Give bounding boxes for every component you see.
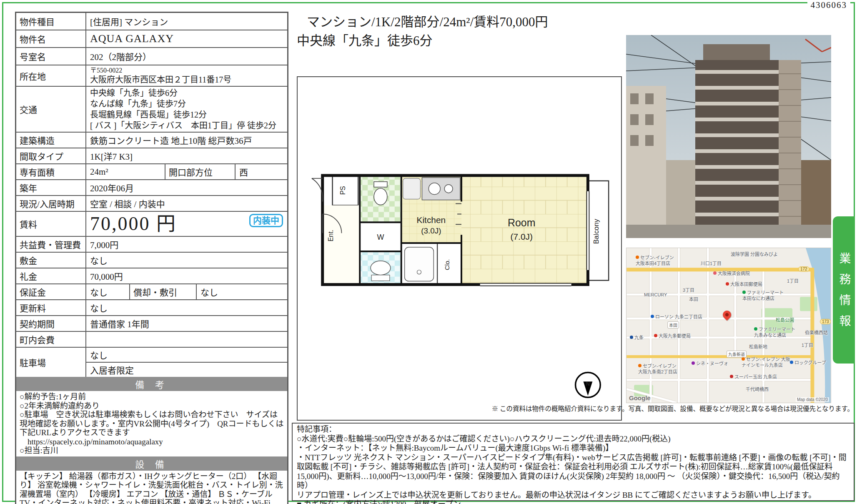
row-label: 共益費・管理費 xyxy=(16,237,86,252)
map-label-text: 172 xyxy=(800,267,807,271)
label-kitchen: Kitchen xyxy=(417,215,446,225)
map-label-text: 千代崎橋西 xyxy=(746,387,769,392)
section-body-line: 【キッチン】 給湯器（都市ガス）・IHクッキングヒーター（2口） 【水廻り】 浴… xyxy=(20,472,284,504)
map-label: 九条みなと通店 xyxy=(754,331,786,338)
row-label: 敷金 xyxy=(16,253,86,268)
poi-icon xyxy=(692,361,695,365)
map-label-text: 大阪本田4丁目店 xyxy=(636,261,670,266)
map-label-text: MERCURY xyxy=(644,292,667,297)
section-body-line: ○担当:吉川 xyxy=(20,446,284,455)
map-label-text: 伯楽橋西詰 xyxy=(805,330,828,335)
property-flyer: 4306063 物件種目[住居用] マンション物件名AQUA GALAXY号室名… xyxy=(0,0,857,504)
room-floor xyxy=(461,176,588,285)
map-label-text: 大阪本田郵便局 xyxy=(730,282,762,287)
row-value: なし入居者限定 xyxy=(86,348,287,377)
row-value-line: 〒550-0022 xyxy=(90,66,283,74)
map-label: MERCURY xyxy=(644,292,667,297)
map-label-text: 川口1丁目 xyxy=(701,261,722,266)
map-label-text: シネ・ヌーヴォ xyxy=(696,361,728,366)
section-body-line: ○2年未満解約違約あり xyxy=(20,401,284,411)
label-washer: W xyxy=(377,233,384,241)
special-notes-line: ○水道代:実費○駐輪場:500円(空きがあるかはご確認ください)○ハウスクリーニ… xyxy=(297,434,849,444)
row-label: 物件名 xyxy=(16,30,86,47)
row-value-line: 入居者限定 xyxy=(86,362,287,377)
poi-icon xyxy=(790,361,793,364)
table-row: 賃料70,000 円内装中 xyxy=(16,211,287,236)
row-value-line: 大阪府大阪市西区本田２丁目11番17号 xyxy=(90,74,283,85)
map-label: 大阪九条郵便局 xyxy=(654,332,691,339)
special-notes-line: ・インターネット：【ネット無料:Baycomルームバリュー(最大速度1Gbps … xyxy=(297,444,849,453)
map-label-text: 波除学園 分園なみびよ xyxy=(731,252,778,257)
map-label: 本田なにわ通店 xyxy=(742,295,774,301)
poi-icon xyxy=(742,291,746,294)
map-label-text: スーパー玉出 九条店 xyxy=(734,374,777,379)
map-label: 1丁目 xyxy=(802,341,813,348)
row-label: 物件種目 xyxy=(16,13,86,30)
row-value: 24m² xyxy=(86,164,165,179)
map-label: 大阪本田郵便局 xyxy=(726,281,762,287)
google-logo[interactable]: Google xyxy=(629,394,651,401)
rent-label: 賃料 xyxy=(16,212,86,236)
map-label: 川口1丁目 xyxy=(701,260,722,266)
table-row: 物件種目[住居用] マンション xyxy=(16,13,287,30)
row-label: 保証金 xyxy=(16,284,86,299)
row-value: 7,000円 xyxy=(86,237,287,252)
row-value-line: 中央線「九条」徒歩6分 xyxy=(90,88,283,98)
section-header: 備 考 xyxy=(16,377,287,391)
headline-access: 中央線「九条」徒歩6分 xyxy=(297,32,548,50)
map-label: 大阪掖済会病院 xyxy=(713,270,750,276)
row-value-line: 長堀鶴見線「西長堀」徒歩12分 xyxy=(90,109,283,120)
floorplan: PS Ent. W Kitchen (3.0J) Room (7.0J) Clo… xyxy=(297,76,622,421)
business-info-tab[interactable]: 業務情報 xyxy=(833,216,855,364)
map-label-text: ローソン 九条二丁目店 xyxy=(655,314,702,319)
compass-n-label: N xyxy=(586,381,590,387)
map[interactable]: 波除学園 分園なみびよ川口1丁目セブン-イレブン大阪本田4丁目店大阪掖済会病院1… xyxy=(626,248,831,403)
row-label: 専有面積 xyxy=(16,164,86,179)
map-label: シネ・ヌーヴォ xyxy=(692,360,728,366)
map-label-text: 大阪掖済会病院 xyxy=(718,271,750,276)
map-label-text: 1丁目 xyxy=(787,278,799,283)
building-photo-illustration xyxy=(626,35,831,238)
table-row: 専有面積24m²開口部方位西 xyxy=(16,163,287,179)
table-row: 建築構造鉄筋コンクリート造 地上10階 総戸数36戸 xyxy=(16,132,287,148)
table-row: 更新料なし xyxy=(16,299,287,315)
map-label-text: 173 xyxy=(822,319,829,324)
map-label-text: 本田 xyxy=(669,323,677,328)
business-info-tab-label: 業務情報 xyxy=(836,245,852,336)
renovation-badge: 内装中 xyxy=(249,214,283,227)
toilet-icon xyxy=(374,182,387,205)
table-row: 所在地〒550-0022大阪府大阪市西区本田２丁目11番17号 xyxy=(16,65,287,86)
poi-icon xyxy=(630,336,633,339)
row-label: 契約期間 xyxy=(16,316,86,331)
disclaimer-note: ※ この資料は物件の概略紹介資料になります。写真、間取図面、設備、概要などが現況… xyxy=(292,404,854,413)
row-value: 70,000円 xyxy=(86,268,287,283)
special-notes-line: リアプロ管理・レインズ上では申込状況を更新しておりません。最新の申込状況はイタン… xyxy=(297,491,849,500)
map-label: 大阪本田4丁目店 xyxy=(636,260,670,266)
map-label: ローソン 九条二丁目店 xyxy=(651,313,702,320)
floorplan-drawing: PS Ent. W Kitchen (3.0J) Room (7.0J) Clo… xyxy=(298,77,621,420)
map-label: 松島新地 xyxy=(749,343,767,350)
table-row: 号室名202（2階部分） xyxy=(16,47,287,65)
section-body-line: ○駐車場 空き状況は駐車場検索もしくはお問い合わせ下さい サイズは現地確認をお願… xyxy=(20,410,284,437)
row-value: なし xyxy=(86,284,130,299)
special-notes: 特記事項：○水道代:実費○駐輪場:500円(空きがあるかはご確認ください)○ハウ… xyxy=(292,423,854,501)
row-value: 2020年06月 xyxy=(86,180,287,195)
row-value: なし xyxy=(86,300,287,315)
map-label: ナインモール九条店 xyxy=(742,361,783,368)
row-value: [住居用] マンション xyxy=(86,13,287,30)
section-body-line: https://spacely.co.jp/minamoto/aquagalax… xyxy=(20,437,284,446)
map-label: 3丁目 xyxy=(683,286,694,293)
table-row: 現況/入居時期空室 / 相談 / 内装中 xyxy=(16,195,287,211)
table-row: 保証金なし償却・敷引なし xyxy=(16,283,287,299)
table-row: 礼金70,000円 xyxy=(16,268,287,283)
row-label: 建築構造 xyxy=(16,133,86,148)
headline-summary: マンション/1K/2階部分/24m²/賃料70,000円 xyxy=(297,13,548,32)
table-row: 駐車場なし入居者限定 xyxy=(16,347,287,377)
map-label-text: 九条 xyxy=(634,335,644,340)
entrance-area xyxy=(323,206,360,285)
building-photo xyxy=(626,35,831,238)
row-label: 礼金 xyxy=(16,268,86,283)
row-value-line: なんば線「九条」徒歩7分 xyxy=(90,98,283,109)
map-label-text: ロックグループ xyxy=(794,360,826,365)
row-label: 所在地 xyxy=(16,65,86,86)
